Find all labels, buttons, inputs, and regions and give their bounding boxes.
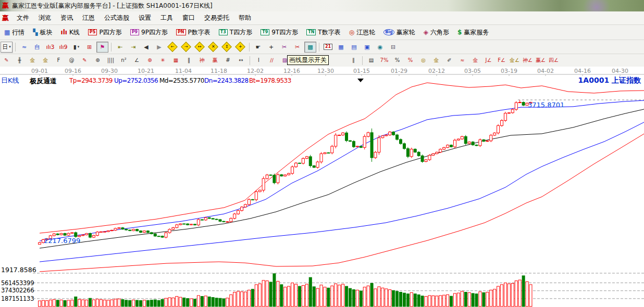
menu-formula-stockpick[interactable]: 公式选股 bbox=[100, 12, 134, 23]
horizontal-span-tool[interactable]: ↔ bbox=[235, 55, 247, 66]
trend-chart-icon[interactable]: ≈ bbox=[18, 42, 30, 53]
gann-fan-tool[interactable]: ∠ bbox=[131, 55, 143, 66]
nine-t-square-button[interactable]: T99T四方形 bbox=[256, 27, 302, 38]
maze-tool-icon[interactable]: ▩ bbox=[304, 42, 316, 53]
mini-chart-3-icon[interactable]: ılı3 bbox=[44, 42, 56, 53]
print-icon[interactable]: ⊟ bbox=[387, 42, 399, 53]
t-square-button[interactable]: T3T四方形 bbox=[215, 27, 256, 38]
menu-trade[interactable]: 交易委托 bbox=[200, 12, 234, 23]
menu-gann[interactable]: 江恩 bbox=[78, 12, 100, 23]
notepad-icon[interactable]: ▤ bbox=[348, 42, 360, 53]
menu-file[interactable]: 文件 bbox=[12, 12, 34, 23]
p-number-table-button[interactable]: PNP数字表 bbox=[172, 27, 215, 38]
delete-line-icon[interactable]: ✂ bbox=[278, 42, 290, 53]
menu-browse[interactable]: 浏览 bbox=[34, 12, 56, 23]
sectors-button[interactable]: ▚板块 bbox=[29, 27, 56, 38]
shen-angle-tool[interactable]: 神∠ bbox=[522, 55, 534, 66]
yingjia-lines-tool[interactable]: 赢 bbox=[209, 55, 221, 66]
expand-diamond-icon[interactable]: ↔ bbox=[193, 42, 206, 53]
yingjia-angle-tool[interactable]: 赢∠ bbox=[535, 55, 547, 66]
hand-drag-icon[interactable]: ☛ bbox=[252, 42, 264, 53]
candle-style-button[interactable]: ▮▾ bbox=[70, 42, 82, 53]
winner-wheel-button[interactable]: Big赢家轮 bbox=[379, 27, 419, 38]
circle-cross-tool[interactable]: ⊕ bbox=[144, 55, 156, 66]
indicator-dn-value: Dn=2243.3828 bbox=[204, 77, 249, 84]
date-tick-09-30: 09-30 bbox=[101, 68, 118, 74]
compress-diamond-icon[interactable]: ✕ bbox=[207, 42, 219, 53]
f10-info-icon[interactable]: 自 bbox=[31, 42, 43, 53]
gann-wheel-button[interactable]: ◎江恩轮 bbox=[345, 27, 379, 38]
shen-lines-tool[interactable]: 神 bbox=[196, 55, 208, 66]
winner-service-button[interactable]: $赢家服务 bbox=[453, 27, 493, 38]
t-number-table-button[interactable]: TNT数字表 bbox=[302, 27, 345, 38]
n-square-tool[interactable]: n² bbox=[118, 55, 130, 66]
hexagon-button[interactable]: ◈六角形 bbox=[419, 27, 453, 38]
gann-circle-tool[interactable]: ⊕ bbox=[92, 55, 104, 66]
crosshair-icon[interactable]: + bbox=[265, 42, 277, 53]
web-box-tool[interactable]: ▦ bbox=[170, 55, 182, 66]
kline-button[interactable]: ılıK线 bbox=[57, 27, 84, 38]
kline-chart-area[interactable]: 09-0109-1609-3010-2111-0411-1812-0212-16… bbox=[0, 67, 644, 307]
menu-help[interactable]: 帮助 bbox=[234, 12, 256, 23]
percent-tool[interactable]: % bbox=[391, 55, 403, 66]
first-page-icon[interactable]: ⇤ bbox=[114, 42, 126, 53]
vertical-scale-diamond-icon[interactable]: ↕ bbox=[220, 42, 233, 53]
indicator-name: 极反通道 bbox=[30, 76, 57, 86]
grid-123-tool[interactable]: # bbox=[222, 55, 234, 66]
gann-grid-tool[interactable]: ╫ bbox=[14, 55, 26, 66]
last-page-icon[interactable]: ⇥ bbox=[127, 42, 139, 53]
nine-t-square-button-icon: T9 bbox=[261, 29, 269, 35]
period-day-button[interactable]: 日▾ bbox=[1, 42, 13, 53]
f-angle-tool[interactable]: F∠ bbox=[496, 55, 507, 66]
red-pen-tool[interactable]: ✎ bbox=[79, 55, 91, 66]
delete-all-lines-icon[interactable]: ✂ bbox=[291, 42, 303, 53]
calendar-icon[interactable]: 21 bbox=[322, 42, 334, 53]
hatch-lines-tool[interactable]: ∥ bbox=[348, 55, 360, 66]
wave-abc-tool[interactable]: ≈ bbox=[456, 55, 468, 66]
shift-left-diamond-icon[interactable]: ← bbox=[166, 42, 179, 53]
golden-circle-tool[interactable]: ◎ bbox=[417, 55, 429, 66]
nine-p-square-button[interactable]: P99P四方形 bbox=[126, 27, 172, 38]
indicator-tp-value: Tp=2943.3739 bbox=[69, 77, 113, 84]
quotes-button[interactable]: ▦行情 bbox=[0, 27, 29, 38]
menu-settings[interactable]: 设置 bbox=[134, 12, 156, 23]
next-bar-icon[interactable]: ▶ bbox=[153, 42, 165, 53]
golden-grid2-tool[interactable]: 金 bbox=[40, 55, 52, 66]
shift-right-diamond-icon[interactable]: → bbox=[180, 42, 192, 53]
color-flag-icon[interactable]: ⚑ bbox=[96, 42, 108, 53]
mini-chart-9-icon[interactable]: ılı9 bbox=[57, 42, 69, 53]
gann-wheel-icon: ◎ bbox=[349, 29, 354, 36]
menu-news[interactable]: 资讯 bbox=[56, 12, 78, 23]
golden-grid-tool[interactable]: 金 bbox=[27, 55, 39, 66]
column-region-tool[interactable]: I bbox=[253, 55, 265, 66]
spider-web-tool[interactable]: ✳ bbox=[157, 55, 169, 66]
golden-underline-tool[interactable]: 金 bbox=[469, 55, 481, 66]
golden-angle-tool[interactable]: 金∠ bbox=[509, 55, 521, 66]
rays-tool[interactable]: ∕∕ bbox=[266, 55, 278, 66]
gann-wheel-button-label: 江恩轮 bbox=[356, 28, 375, 37]
fib-lines-tool[interactable]: F bbox=[53, 55, 65, 66]
save-icon[interactable]: ▣ bbox=[361, 42, 373, 53]
percent-lines-tool[interactable]: % bbox=[404, 55, 416, 66]
snapshot-icon[interactable]: ◉ bbox=[374, 42, 386, 53]
measure-tool[interactable]: ‖ bbox=[183, 55, 195, 66]
symbol-label: 1A0001 上证指数 bbox=[578, 76, 641, 85]
spiral-tool[interactable]: @ bbox=[66, 55, 78, 66]
percent-t-tool[interactable]: 7% bbox=[378, 55, 390, 66]
p-square-button[interactable]: PSP四方形 bbox=[84, 27, 126, 38]
highest-price-label: 3715.8701 bbox=[528, 101, 564, 109]
indicator-window-icon[interactable]: ⊞ bbox=[83, 42, 95, 53]
sixiang-angle-tool[interactable]: 四∠ bbox=[548, 55, 560, 66]
vertical-lines-tool[interactable]: |||| bbox=[105, 55, 117, 66]
golden-section-tool[interactable]: 金 bbox=[430, 55, 442, 66]
menu-window[interactable]: 窗口 bbox=[178, 12, 200, 23]
pen-candle-tool[interactable]: ✐ bbox=[443, 55, 455, 66]
menu-tools[interactable]: 工具 bbox=[156, 12, 178, 23]
j-angle-tool[interactable]: J∠ bbox=[482, 55, 494, 66]
prev-bar-icon[interactable]: ◀ bbox=[140, 42, 152, 53]
volume-profile-tool[interactable]: ▤ bbox=[365, 55, 377, 66]
draw-pen-tool[interactable]: ✎ bbox=[1, 55, 13, 66]
calculator-icon[interactable]: ▦ bbox=[335, 42, 347, 53]
tools-toolbar: 日▾≈自ılı3ılı9▮▾⊞⚑⇤⇥◀▶←→↔✕↕+☛+✂✂▩21▦▤▣◉⊟ bbox=[0, 40, 644, 54]
reset-zoom-diamond-icon[interactable]: + bbox=[234, 42, 246, 53]
